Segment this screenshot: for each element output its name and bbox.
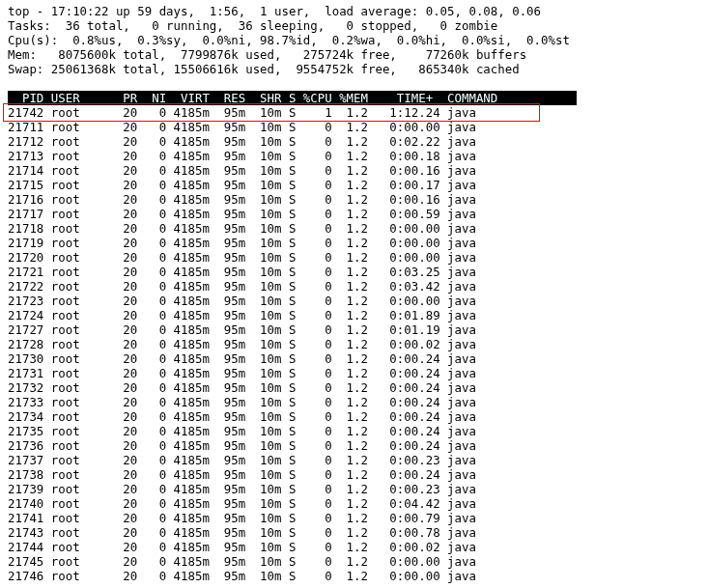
process-row[interactable]: 21716 root 20 0 4185m 95m 10m S 0 1.2 0:…: [8, 192, 700, 207]
process-row[interactable]: 21738 root 20 0 4185m 95m 10m S 0 1.2 0:…: [8, 467, 700, 482]
process-row[interactable]: 21742 root 20 0 4185m 95m 10m S 1 1.2 1:…: [8, 105, 700, 120]
process-row[interactable]: 21743 root 20 0 4185m 95m 10m S 0 1.2 0:…: [8, 525, 700, 540]
process-row[interactable]: 21719 root 20 0 4185m 95m 10m S 0 1.2 0:…: [8, 236, 700, 250]
process-row[interactable]: 21713 root 20 0 4185m 95m 10m S 0 1.2 0:…: [8, 149, 700, 163]
process-row[interactable]: 21746 root 20 0 4185m 95m 10m S 0 1.2 0:…: [8, 569, 700, 583]
process-row[interactable]: 21734 root 20 0 4185m 95m 10m S 0 1.2 0:…: [8, 409, 700, 424]
process-row[interactable]: 21717 root 20 0 4185m 95m 10m S 0 1.2 0:…: [8, 207, 700, 221]
process-row[interactable]: 21741 root 20 0 4185m 95m 10m S 0 1.2 0:…: [8, 511, 700, 525]
process-list[interactable]: 21742 root 20 0 4185m 95m 10m S 1 1.2 1:…: [8, 105, 700, 583]
cpu-line: Cpu(s): 0.8%us, 0.3%sy, 0.0%ni, 98.7%id,…: [8, 33, 700, 47]
process-row[interactable]: 21732 root 20 0 4185m 95m 10m S 0 1.2 0:…: [8, 380, 700, 395]
process-row[interactable]: 21712 root 20 0 4185m 95m 10m S 0 1.2 0:…: [8, 134, 700, 149]
process-row[interactable]: 21731 root 20 0 4185m 95m 10m S 0 1.2 0:…: [8, 366, 700, 380]
process-row[interactable]: 21711 root 20 0 4185m 95m 10m S 0 1.2 0:…: [8, 120, 700, 134]
top-summary-line: top - 17:10:22 up 59 days, 1:56, 1 user,…: [8, 4, 700, 18]
blank-line: [8, 76, 700, 91]
process-row[interactable]: 21740 root 20 0 4185m 95m 10m S 0 1.2 0:…: [8, 496, 700, 511]
process-row[interactable]: 21739 root 20 0 4185m 95m 10m S 0 1.2 0:…: [8, 482, 700, 496]
process-row[interactable]: 21730 root 20 0 4185m 95m 10m S 0 1.2 0:…: [8, 351, 700, 366]
process-row[interactable]: 21723 root 20 0 4185m 95m 10m S 0 1.2 0:…: [8, 294, 700, 308]
process-row[interactable]: 21724 root 20 0 4185m 95m 10m S 0 1.2 0:…: [8, 308, 700, 322]
process-row[interactable]: 21720 root 20 0 4185m 95m 10m S 0 1.2 0:…: [8, 250, 700, 265]
process-row[interactable]: 21727 root 20 0 4185m 95m 10m S 0 1.2 0:…: [8, 322, 700, 337]
process-row[interactable]: 21721 root 20 0 4185m 95m 10m S 0 1.2 0:…: [8, 265, 700, 279]
process-row[interactable]: 21715 root 20 0 4185m 95m 10m S 0 1.2 0:…: [8, 178, 700, 192]
swap-line: Swap: 25061368k total, 15506616k used, 9…: [8, 62, 700, 76]
process-row[interactable]: 21745 root 20 0 4185m 95m 10m S 0 1.2 0:…: [8, 554, 700, 569]
process-row[interactable]: 21718 root 20 0 4185m 95m 10m S 0 1.2 0:…: [8, 221, 700, 236]
process-row[interactable]: 21722 root 20 0 4185m 95m 10m S 0 1.2 0:…: [8, 279, 700, 294]
process-row[interactable]: 21736 root 20 0 4185m 95m 10m S 0 1.2 0:…: [8, 438, 700, 453]
process-row[interactable]: 21744 root 20 0 4185m 95m 10m S 0 1.2 0:…: [8, 540, 700, 554]
mem-line: Mem: 8075600k total, 7799876k used, 2757…: [8, 47, 700, 62]
process-row[interactable]: 21733 root 20 0 4185m 95m 10m S 0 1.2 0:…: [8, 395, 700, 409]
process-row[interactable]: 21728 root 20 0 4185m 95m 10m S 0 1.2 0:…: [8, 337, 700, 351]
column-header[interactable]: PID USER PR NI VIRT RES SHR S %CPU %MEM …: [8, 91, 577, 105]
process-row[interactable]: 21737 root 20 0 4185m 95m 10m S 0 1.2 0:…: [8, 453, 700, 467]
process-row[interactable]: 21735 root 20 0 4185m 95m 10m S 0 1.2 0:…: [8, 424, 700, 438]
process-row[interactable]: 21714 root 20 0 4185m 95m 10m S 0 1.2 0:…: [8, 163, 700, 178]
tasks-line: Tasks: 36 total, 0 running, 36 sleeping,…: [8, 18, 700, 33]
